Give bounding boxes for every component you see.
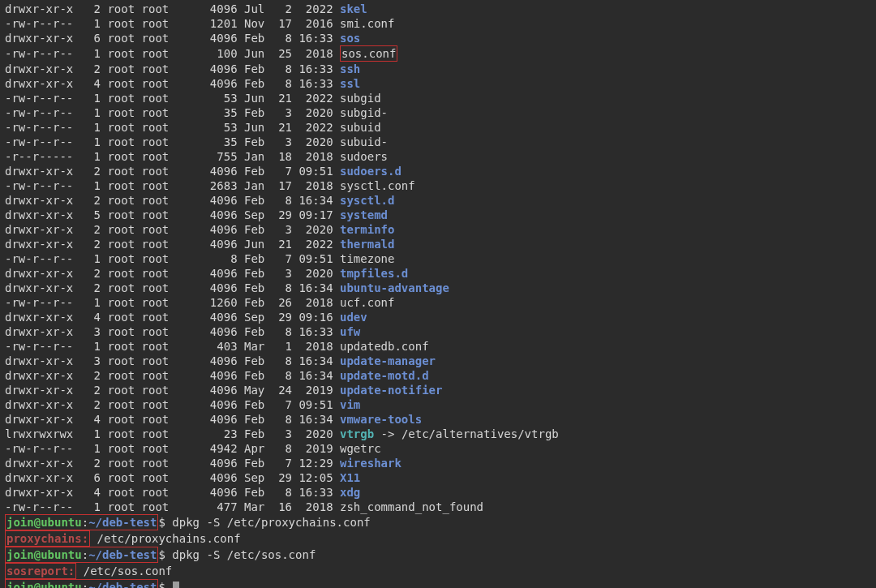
file-name: subuid- [340, 135, 388, 148]
ls-row: drwxr-xr-x 2 root root 4096 Feb 7 09:51 … [5, 397, 871, 412]
prompt-symbol: $ [158, 548, 172, 561]
ls-row: drwxr-xr-x 4 root root 4096 Sep 29 09:16… [5, 310, 871, 324]
ls-row: -rw-r--r-- 1 root root 35 Feb 3 2020 sub… [5, 135, 871, 149]
ls-row: -rw-r--r-- 1 root root 53 Jun 21 2022 su… [5, 91, 871, 105]
ls-row: drwxr-xr-x 2 root root 4096 May 24 2019 … [5, 383, 871, 397]
file-name: sudoers.d [340, 165, 402, 178]
prompt-user: join@ubuntu [6, 516, 82, 529]
output-text: /etc/proxychains.conf [90, 532, 240, 545]
ls-row: -rw-r--r-- 1 root root 2683 Jan 17 2018 … [5, 178, 871, 193]
prompt-cwd: ~/deb-test [88, 516, 157, 529]
highlight-box: join@ubuntu:~/deb-test [5, 514, 158, 530]
ls-row: drwxr-xr-x 3 root root 4096 Feb 8 16:34 … [5, 354, 871, 368]
ls-row: drwxr-xr-x 2 root root 4096 Feb 8 16:34 … [5, 368, 871, 383]
prompt-line[interactable]: join@ubuntu:~/deb-test$ [5, 579, 871, 588]
file-name: updatedb.conf [340, 340, 429, 353]
ls-row: -rw-r--r-- 1 root root 4942 Apr 8 2019 w… [5, 441, 871, 456]
prompt-symbol: $ [158, 516, 172, 529]
ls-row: drwxr-xr-x 6 root root 4096 Feb 8 16:33 … [5, 31, 871, 45]
file-name: subuid [340, 121, 381, 134]
prompt-symbol: $ [158, 581, 172, 588]
ls-row: drwxr-xr-x 2 root root 4096 Feb 8 16:34 … [5, 281, 871, 295]
terminal-output[interactable]: drwxr-xr-x 2 root root 4096 Jul 2 2022 s… [0, 0, 876, 588]
ls-row: drwxr-xr-x 2 root root 4096 Feb 3 2020 t… [5, 266, 871, 281]
ls-row: -rw-r--r-- 1 root root 1260 Feb 26 2018 … [5, 295, 871, 310]
ls-row: drwxr-xr-x 2 root root 4096 Jul 2 2022 s… [5, 2, 871, 16]
prompt-sep: : [82, 548, 88, 561]
ls-row: drwxr-xr-x 2 root root 4096 Feb 7 09:51 … [5, 164, 871, 178]
highlight-box: join@ubuntu:~/deb-test [5, 579, 158, 588]
file-name: wireshark [340, 457, 402, 470]
prompt-user: join@ubuntu [6, 548, 82, 561]
ls-row: drwxr-xr-x 4 root root 4096 Feb 8 16:33 … [5, 76, 871, 91]
ls-row: drwxr-xr-x 3 root root 4096 Feb 8 16:33 … [5, 324, 871, 339]
file-name: vmware-tools [340, 413, 422, 426]
highlight-box: sos.conf [340, 45, 397, 62]
file-name: sudoers [340, 150, 388, 163]
highlight-box: proxychains: [5, 530, 90, 547]
ls-row: drwxr-xr-x 2 root root 4096 Jun 21 2022 … [5, 237, 871, 251]
file-name: skel [340, 2, 367, 15]
ls-row: drwxr-xr-x 2 root root 4096 Feb 8 16:34 … [5, 193, 871, 208]
cursor[interactable] [173, 582, 179, 588]
file-name: update-notifier [340, 384, 442, 397]
file-name: ubuntu-advantage [340, 281, 449, 294]
ls-row: -r--r----- 1 root root 755 Jan 18 2018 s… [5, 149, 871, 164]
ls-row: -rw-r--r-- 1 root root 8 Feb 7 09:51 tim… [5, 251, 871, 266]
command-text[interactable]: dpkg -S /etc/proxychains.conf [172, 516, 370, 529]
file-name: update-motd.d [340, 369, 429, 382]
output-text: /etc/sos.conf [76, 564, 172, 577]
file-name: ufw [340, 325, 360, 338]
file-name: wgetrc [340, 442, 381, 455]
ls-row: -rw-r--r-- 1 root root 403 Mar 1 2018 up… [5, 339, 871, 354]
ls-row: drwxr-xr-x 2 root root 4096 Feb 7 12:29 … [5, 456, 871, 470]
prompt-cwd: ~/deb-test [88, 548, 157, 561]
file-name: ssl [340, 77, 360, 90]
file-name: systemd [340, 208, 388, 221]
ls-row: -rw-r--r-- 1 root root 53 Jun 21 2022 su… [5, 120, 871, 135]
ls-row: lrwxrwxrwx 1 root root 23 Feb 3 2020 vtr… [5, 427, 871, 441]
file-name: sysctl.d [340, 194, 394, 207]
symlink-target: /etc/alternatives/vtrgb [402, 427, 559, 440]
file-name: thermald [340, 238, 394, 251]
symlink-arrow: -> [374, 427, 402, 440]
file-name: ucf.conf [340, 296, 394, 309]
ls-row: drwxr-xr-x 5 root root 4096 Sep 29 09:17… [5, 208, 871, 222]
ls-row: drwxr-xr-x 4 root root 4096 Feb 8 16:33 … [5, 485, 871, 500]
package-name: sosreport: [6, 564, 75, 577]
output-line: sosreport: /etc/sos.conf [5, 563, 871, 579]
highlight-box: join@ubuntu:~/deb-test [5, 547, 158, 563]
ls-row: drwxr-xr-x 2 root root 4096 Feb 3 2020 t… [5, 222, 871, 237]
command-text[interactable]: dpkg -S /etc/sos.conf [172, 548, 316, 561]
file-name: smi.conf [340, 17, 394, 30]
prompt-cwd: ~/deb-test [88, 581, 157, 588]
file-name: sos [340, 32, 360, 45]
output-line: proxychains: /etc/proxychains.conf [5, 530, 871, 547]
file-name: tmpfiles.d [340, 267, 408, 280]
file-name: timezone [340, 252, 394, 265]
highlight-box: sosreport: [5, 563, 76, 579]
file-name: sos.conf [341, 47, 396, 60]
file-name: sysctl.conf [340, 179, 415, 192]
file-name: udev [340, 311, 367, 324]
ls-row: -rw-r--r-- 1 root root 1201 Nov 17 2016 … [5, 16, 871, 31]
prompt-user: join@ubuntu [6, 581, 82, 588]
file-name: update-manager [340, 354, 436, 367]
file-name: vim [340, 398, 360, 411]
file-name: terminfo [340, 223, 394, 236]
ls-row: drwxr-xr-x 6 root root 4096 Sep 29 12:05… [5, 470, 871, 485]
file-name: xdg [340, 486, 360, 499]
file-name: X11 [340, 471, 360, 484]
file-name: ssh [340, 62, 360, 75]
package-name: proxychains: [6, 532, 88, 545]
prompt-sep: : [82, 581, 88, 588]
ls-row: -rw-r--r-- 1 root root 477 Mar 16 2018 z… [5, 500, 871, 514]
file-name: subgid [340, 92, 381, 105]
file-name: subgid- [340, 106, 388, 119]
prompt-line[interactable]: join@ubuntu:~/deb-test$ dpkg -S /etc/sos… [5, 547, 871, 563]
ls-row: -rw-r--r-- 1 root root 35 Feb 3 2020 sub… [5, 105, 871, 120]
file-name: zsh_command_not_found [340, 500, 483, 513]
prompt-line[interactable]: join@ubuntu:~/deb-test$ dpkg -S /etc/pro… [5, 514, 871, 530]
prompt-sep: : [82, 516, 88, 529]
ls-row: drwxr-xr-x 2 root root 4096 Feb 8 16:33 … [5, 62, 871, 76]
